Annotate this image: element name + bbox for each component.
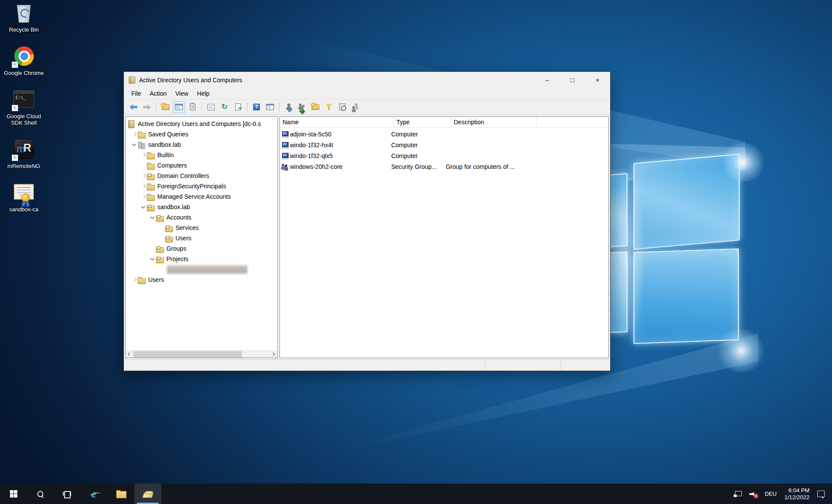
tree-item-users[interactable]: Users xyxy=(126,275,277,285)
console-tree-icon xyxy=(175,104,183,110)
list-row-windows-20h2-core[interactable]: windows-20h2-core Security Group... Grou… xyxy=(280,161,608,172)
menu-file[interactable]: File xyxy=(127,89,145,98)
window-title: Active Directory Users and Computers xyxy=(139,77,242,84)
tree-item-builtin[interactable]: Builtin xyxy=(126,150,277,160)
show-console-tree-button[interactable] xyxy=(173,101,185,113)
internet-explorer-button[interactable]: e xyxy=(81,484,107,504)
desktop-icon-google-chrome[interactable]: ↖ Google Chrome xyxy=(1,45,46,76)
status-cell xyxy=(485,360,561,371)
desktop-icon-recycle-bin[interactable]: Recycle Bin xyxy=(1,2,46,33)
volume-tray-button[interactable]: ✕ xyxy=(745,484,761,504)
desktop-icon-google-cloud-sdk-shell[interactable]: ↖ Google Cloud SDK Shell xyxy=(1,88,46,126)
action-center-button[interactable] xyxy=(813,484,829,504)
tree-item-ou-sandbox-lab[interactable]: sandbox.lab xyxy=(126,202,277,212)
ou-folder-icon xyxy=(156,255,164,262)
desktop-icon-label: Recycle Bin xyxy=(9,26,39,33)
aduc-window: Active Directory Users and Computers – □… xyxy=(124,71,611,371)
shortcut-arrow-icon: ↖ xyxy=(12,105,18,111)
tree-item-computers[interactable]: Computers xyxy=(126,160,277,171)
properties-button[interactable] xyxy=(186,101,198,113)
tree-item-accounts[interactable]: Accounts xyxy=(126,212,277,223)
up-one-level-button[interactable] xyxy=(159,101,172,113)
tree-item-saved-queries[interactable]: Saved Queries xyxy=(126,129,277,139)
forward-button[interactable] xyxy=(141,101,153,113)
tree-item-managed-service-accounts[interactable]: Managed Service Accounts xyxy=(126,191,277,202)
tree-item-domain-controllers[interactable]: Domain Controllers xyxy=(126,171,277,181)
chevron-down-icon[interactable] xyxy=(131,141,138,148)
create-new-group-button[interactable] xyxy=(296,101,308,113)
find-button[interactable] xyxy=(336,101,348,113)
clock[interactable]: 6:04 PM 1/12/2022 xyxy=(780,484,813,504)
column-header-description[interactable]: Description xyxy=(451,117,536,127)
tree-item-accounts-users[interactable]: Users xyxy=(126,233,277,243)
save-list-button[interactable] xyxy=(232,101,244,113)
column-header-type[interactable]: Type xyxy=(394,117,451,127)
horizontal-scrollbar[interactable] xyxy=(126,350,277,358)
menu-action[interactable]: Action xyxy=(146,89,171,98)
mute-badge-icon: ✕ xyxy=(754,494,758,498)
chevron-right-icon[interactable] xyxy=(131,131,138,138)
scroll-left-arrow[interactable] xyxy=(126,351,133,358)
mmc-console-icon xyxy=(129,77,135,84)
search-button[interactable] xyxy=(27,484,54,504)
refresh-button[interactable]: ↻ xyxy=(218,101,231,113)
status-cell xyxy=(124,360,485,371)
desktop-icon-sandbox-ca[interactable]: sandbox-ca xyxy=(1,181,46,213)
minimize-button[interactable]: – xyxy=(535,72,560,88)
desktop: Recycle Bin ↖ Google Chrome ↖ Google Clo… xyxy=(0,0,832,504)
desktop-icon-mremoteng[interactable]: ↖ mRemoteNG xyxy=(1,138,46,169)
windows-logo-pane xyxy=(634,249,739,344)
tree-item-domain-sandbox-lab[interactable]: sandbox.lab xyxy=(126,139,277,150)
tree-item-root[interactable]: Active Directory Users and Computers [dc… xyxy=(126,119,277,129)
list-row-windo-1f32-hx4t[interactable]: windo-1f32-hx4t Computer xyxy=(280,139,608,150)
export-list-button[interactable] xyxy=(205,101,217,113)
folder-icon xyxy=(147,162,155,169)
windows-logo-pane xyxy=(634,154,740,249)
desktop-icon-label: sandbox-ca xyxy=(9,206,38,213)
tree-item-foreignsecurityprincipals[interactable]: ForeignSecurityPrincipals xyxy=(126,181,277,191)
chevron-right-icon[interactable] xyxy=(131,276,138,283)
start-button[interactable] xyxy=(0,484,27,504)
menu-help[interactable]: Help xyxy=(193,89,214,98)
menu-view[interactable]: View xyxy=(171,89,192,98)
chevron-right-icon[interactable] xyxy=(140,193,147,200)
column-header-name[interactable]: Name xyxy=(280,117,394,127)
recycle-bin-icon xyxy=(16,3,32,23)
task-view-button[interactable] xyxy=(54,484,81,504)
chevron-right-icon[interactable] xyxy=(140,172,147,179)
tree-item-groups[interactable]: Groups xyxy=(126,243,277,254)
chevron-down-icon[interactable] xyxy=(140,204,147,210)
aduc-taskbar-button[interactable] xyxy=(134,484,161,504)
tree-item-services[interactable]: Services xyxy=(126,223,277,233)
close-button[interactable]: × xyxy=(585,72,610,88)
folder-icon xyxy=(147,193,155,200)
chevron-down-icon[interactable] xyxy=(149,214,156,221)
chevron-right-icon[interactable] xyxy=(140,183,147,190)
tree-item-projects[interactable]: Projects xyxy=(126,254,277,264)
clock-time: 6:04 PM xyxy=(789,487,809,494)
titlebar[interactable]: Active Directory Users and Computers – □… xyxy=(124,72,610,88)
certificate-seal-icon xyxy=(21,194,30,202)
desktop-icon-label: Google Chrome xyxy=(4,70,44,76)
chevron-down-icon[interactable] xyxy=(149,255,156,262)
list-row-windo-1f32-qlx5[interactable]: windo-1f32-qlx5 Computer xyxy=(280,150,608,161)
create-new-user-button[interactable] xyxy=(283,101,295,113)
console-tree-pane: Active Directory Users and Computers [dc… xyxy=(125,116,278,358)
tree-item-redacted[interactable] xyxy=(126,264,277,275)
search-icon xyxy=(37,491,44,498)
taskbar: e ✕ DEU 6:04 PM 1/12/2022 xyxy=(0,484,832,504)
help-button[interactable]: ? xyxy=(250,101,263,113)
back-button[interactable] xyxy=(127,101,140,113)
add-member-button[interactable] xyxy=(350,101,362,113)
network-tray-button[interactable] xyxy=(730,484,745,504)
file-explorer-button[interactable] xyxy=(107,484,134,504)
list-row-adjoin-sta-5c50[interactable]: adjoin-sta-5c50 Computer xyxy=(280,129,608,139)
language-indicator[interactable]: DEU xyxy=(761,484,780,504)
set-filter-button[interactable] xyxy=(323,101,335,113)
scroll-right-arrow[interactable] xyxy=(270,351,277,358)
scrollbar-thumb[interactable] xyxy=(133,351,242,358)
view-menu-button[interactable] xyxy=(264,101,276,113)
chevron-right-icon[interactable] xyxy=(140,152,147,158)
maximize-button[interactable]: □ xyxy=(560,72,585,88)
create-new-ou-button[interactable] xyxy=(309,101,322,113)
